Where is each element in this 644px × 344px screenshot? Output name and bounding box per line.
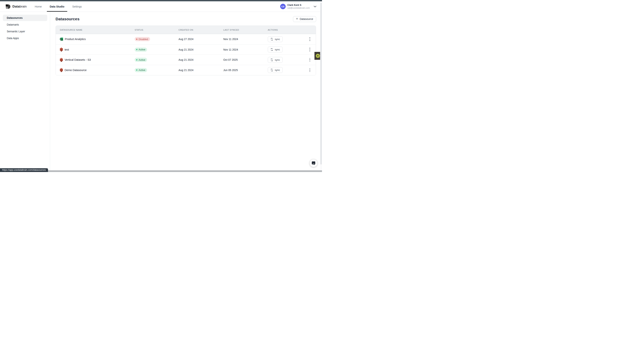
databrain-app: Databrain Home Data Studio Settings CS C… (0, 0, 322, 172)
sidebar: Datasources Datamarts Semantic Layer Dat… (0, 12, 50, 172)
redshift-icon (60, 58, 63, 62)
datasource-name[interactable]: test (64, 48, 69, 51)
datasource-name-cell: test (60, 48, 135, 51)
app-body: Datasources Datamarts Semantic Layer Dat… (0, 12, 322, 172)
plus-icon: + (296, 17, 298, 20)
created-on-cell: Aug 21 2024 (178, 69, 223, 72)
last-synced-cell: Nov 11 2024 (223, 48, 268, 51)
user-menu[interactable]: CS Clark Kent S uat@usedatabrain.com (280, 1, 316, 12)
created-on-cell: Aug 21 2024 (178, 48, 223, 51)
status-badge: Disabled (135, 37, 150, 41)
refresh-icon (270, 69, 273, 71)
actions-cell: sync (268, 36, 312, 42)
add-datasource-label: Datasource (300, 17, 313, 20)
table-body: X Product Analytics Disabled Aug 27 2024… (56, 34, 316, 75)
refresh-icon (270, 38, 273, 41)
datasource-name-cell: Demo Datasource (60, 68, 135, 72)
svg-text:X: X (60, 38, 61, 40)
sync-button[interactable]: sync (268, 47, 283, 52)
table-row: Vertical Datasets - S3 Active Aug 21 202… (56, 54, 316, 65)
row-menu-kebab-icon[interactable] (308, 47, 312, 52)
nav-tab-settings[interactable]: Settings (68, 1, 86, 12)
chat-widget-button[interactable] (310, 160, 317, 167)
datasource-name-cell: X Product Analytics (60, 38, 135, 41)
databrain-logo-icon (6, 4, 10, 9)
user-text: Clark Kent S uat@usedatabrain.com (287, 4, 310, 9)
status-dot-icon (136, 49, 138, 50)
window-bottom-edge (0, 170, 322, 172)
datasource-name-cell: Vertical Datasets - S3 (60, 58, 135, 62)
status-label: Active (138, 69, 145, 71)
status-dot-icon (136, 69, 138, 71)
actions-cell: sync (268, 47, 312, 52)
table-row: test Active Aug 21 2024 Nov 11 2024 (56, 44, 316, 55)
main-content: Datasources + Datasource DATASOURCE NAME… (50, 12, 322, 172)
nav-tab-home[interactable]: Home (31, 1, 46, 12)
page-scrollbar[interactable] (320, 1, 322, 170)
sync-label: sync (275, 69, 280, 71)
window-top-edge (0, 0, 322, 1)
scrollbar-thumb[interactable] (320, 3, 322, 165)
page-title: Datasources (56, 17, 80, 21)
status-cell: Active (135, 68, 178, 72)
refresh-icon (270, 58, 273, 61)
table-row: Demo Datasource Active Aug 21 2024 Jun 0… (56, 65, 316, 75)
created-on-cell: Aug 21 2024 (178, 58, 223, 61)
refresh-icon (270, 48, 273, 51)
redshift-icon (60, 68, 63, 72)
brand-logo[interactable]: Databrain (6, 1, 27, 12)
excel-icon: X (60, 38, 63, 41)
column-header-synced: LAST SYNCED (223, 29, 268, 31)
chat-bubble-icon (312, 161, 316, 165)
status-cell: Active (135, 58, 178, 62)
user-name: Clark Kent S (287, 4, 310, 7)
title-row: Datasources + Datasource (56, 16, 316, 22)
sidebar-item-datasources[interactable]: Datasources (3, 15, 47, 21)
status-cell: Active (135, 48, 178, 52)
status-label: Active (138, 58, 145, 61)
app-header: Databrain Home Data Studio Settings CS C… (0, 1, 322, 12)
datasource-name[interactable]: Product Analytics (65, 38, 86, 41)
redshift-icon (60, 48, 63, 51)
status-badge: Active (135, 58, 147, 62)
sync-label: sync (275, 38, 280, 41)
column-header-actions: ACTIONS (268, 29, 312, 31)
avatar: CS (280, 4, 286, 9)
datasource-name[interactable]: Vertical Datasets - S3 (64, 58, 91, 61)
status-dot-icon (136, 38, 138, 40)
column-header-name: DATASOURCE NAME (60, 29, 135, 31)
row-menu-kebab-icon[interactable] (308, 57, 312, 62)
main-nav: Home Data Studio Settings (31, 1, 86, 12)
brand-name: Databrain (12, 5, 27, 8)
nav-tab-data-studio[interactable]: Data Studio (46, 1, 68, 12)
sidebar-item-semantic-layer[interactable]: Semantic Layer (3, 28, 47, 35)
status-dot-icon (136, 59, 138, 60)
table-row: X Product Analytics Disabled Aug 27 2024… (56, 34, 316, 44)
status-label: Disabled (138, 38, 148, 41)
header-spacer (86, 1, 280, 12)
sync-button[interactable]: sync (268, 67, 283, 73)
created-on-cell: Aug 27 2024 (178, 38, 223, 41)
sync-button[interactable]: sync (268, 57, 283, 63)
row-menu-kebab-icon[interactable] (308, 37, 312, 42)
datasource-name[interactable]: Demo Datasource (64, 69, 86, 72)
sync-button[interactable]: sync (268, 36, 283, 42)
sync-label: sync (275, 48, 280, 51)
status-label: Active (138, 48, 145, 51)
datasources-table: DATASOURCE NAME STATUS CREATED ON LAST S… (56, 25, 316, 75)
status-badge: Active (135, 68, 147, 72)
actions-cell: sync (268, 67, 312, 73)
column-header-created: CREATED ON (178, 29, 223, 31)
sync-label: sync (275, 58, 280, 61)
actions-cell: sync (268, 57, 312, 63)
asterisk-icon (316, 53, 320, 58)
row-menu-kebab-icon[interactable] (308, 68, 312, 73)
user-email: uat@usedatabrain.com (287, 6, 310, 9)
browser-status-url: https://app.usedatabrain.com/datasources (0, 168, 48, 172)
sidebar-item-data-apps[interactable]: Data Apps (3, 35, 47, 41)
status-badge: Active (135, 48, 147, 52)
add-datasource-button[interactable]: + Datasource (293, 16, 316, 22)
sidebar-item-datamarts[interactable]: Datamarts (3, 21, 47, 28)
last-synced-cell: Nov 11 2024 (223, 38, 268, 41)
column-header-status: STATUS (135, 29, 178, 31)
